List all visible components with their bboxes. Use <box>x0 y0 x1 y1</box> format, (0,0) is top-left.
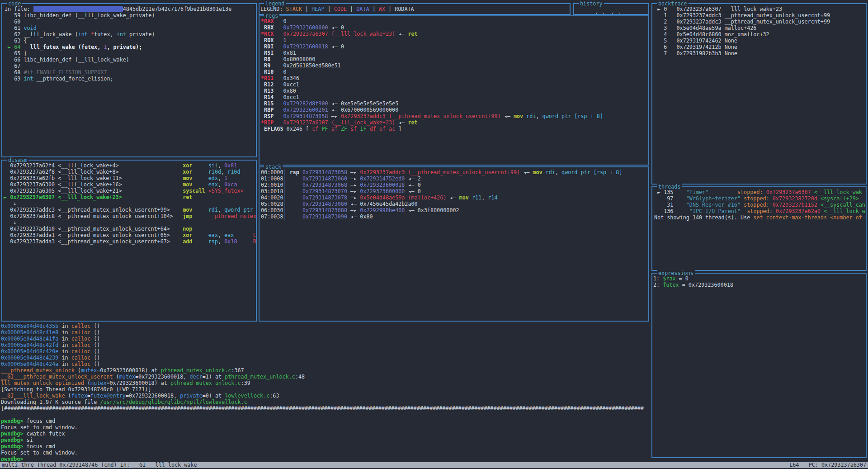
terminal-line: lll_mutex_unlock_optimized (mutex=0x7293… <box>1 380 651 386</box>
terminal-line: 0x00005e04d48c420e in calloc () <box>1 348 651 355</box>
text-segment: ( <box>75 367 81 374</box>
text-segment: │ <box>283 175 287 182</box>
text-segment <box>274 88 283 94</box>
terminal-line: 0x00005e04d48c435b in calloc () <box>1 323 651 329</box>
text-segment: RDI <box>264 43 274 50</box>
text-segment: stopped: <box>744 195 773 202</box>
text-segment: ◂— 0x80 <box>347 213 373 220</box>
text-segment: 0x00005e04d48c41fa <box>1 336 58 342</box>
text-segment: 0x7293237a6307 <box>766 189 811 195</box>
code-panel: code In file: 4845db211e7b42c7176f9be21b… <box>1 3 257 157</box>
terminal-line: 6 0x72931974212b None <box>654 44 866 50</box>
text-segment: R11 <box>264 75 274 81</box>
terminal-line: R8 0x80008000 <box>261 56 648 62</box>
text-segment: () <box>90 342 100 348</box>
text-segment: 0x729314873088 <box>302 207 347 213</box>
text-segment: 0x00005e04d48c41e8 <box>1 329 58 336</box>
text-segment <box>287 213 302 220</box>
text-segment: 0x7293237a62f8 <__lll_lock_wake+8> <box>4 169 183 175</box>
terminal-line: 62 __lll_lock_wake (int *futex, int priv… <box>5 31 256 38</box>
text-segment: 0x7293237addc3 (__pthread_mutex_unlock_u… <box>360 169 520 175</box>
terminal-line: 0x7293237a62fb <__lll_lock_wake+11> mov … <box>4 175 256 181</box>
text-segment: 64 <box>14 44 20 50</box>
text-segment: mov <box>183 207 192 213</box>
text-segment: —▸ <box>347 169 360 175</box>
history-back-button[interactable]: [←] <box>595 12 604 14</box>
text-segment: 0x80 <box>283 88 296 94</box>
text-segment: , <box>218 207 224 213</box>
text-segment <box>192 238 208 245</box>
text-segment: RSI <box>264 50 274 56</box>
text-segment: #if ENABLE_ELISION_SUPPORT <box>24 69 107 76</box>
text-segment: calloc <box>71 355 90 361</box>
text-segment: ac <box>389 126 395 132</box>
text-segment: 0x729323600018 <box>360 182 405 188</box>
text-segment: 0x7293237addc8 <__pthread_mutex_unlock_u… <box>4 213 183 219</box>
text-segment: [ <box>306 126 312 132</box>
text-segment <box>274 69 283 75</box>
text-segment <box>328 126 331 132</box>
text-segment: "Timer" <box>686 189 709 195</box>
text-segment: int <box>117 31 126 38</box>
history-forward-button[interactable]: [→] <box>611 12 621 14</box>
terminal-line: RSP 0x729314873058 —▸ 0x7293237addc3 (__… <box>261 113 648 119</box>
text-segment: 0x5e04d48ae59a (malloc+426) <box>360 194 446 201</box>
text-segment: () <box>90 323 100 329</box>
stack-list: 00:0000│ rsp 0x729314873058 —▸ 0x7293237… <box>259 168 648 321</box>
terminal-line: 06:0030│ 0x729314873088 —▸ 0x7292990be40… <box>261 207 648 213</box>
text-segment: | <box>325 6 334 12</box>
text-segment: r10d <box>227 169 240 175</box>
text-segment: pwndbg> <box>1 418 27 424</box>
text-segment: =0x729323600018) at <box>97 367 160 374</box>
terminal-line: ► 0x7293237a6307 <__lll_lock_wake+23> re… <box>4 194 256 200</box>
text-segment: ► 0 0x7293237a6307 __lll_lock_wake+23 <box>654 6 782 12</box>
text-segment: ◂— <box>501 113 514 119</box>
text-segment: —▸ <box>347 194 360 201</box>
text-segment: __GI___lll_lock_wake <box>1 393 65 399</box>
terminal: code In file: 4845db211e7b42c7176f9be21b… <box>0 0 868 469</box>
text-segment: 0x346 <box>283 75 299 81</box>
terminal-line: 0x7293237a62f8 <__lll_lock_wake+8> xor r… <box>4 169 256 175</box>
text-segment: , <box>218 238 224 245</box>
terminal-line: pwndbg> focus cmd <box>1 443 651 450</box>
text-segment: mutex <box>81 367 97 374</box>
command-output[interactable]: 0x00005e04d48c435b in calloc ()0x00005e0… <box>0 323 651 461</box>
code-source-view: In file: 4845db211e7b42c7176f9be21b8301e… <box>2 5 256 156</box>
text-segment <box>192 162 208 169</box>
text-segment <box>708 189 737 195</box>
text-segment <box>274 94 283 100</box>
text-segment <box>283 126 287 132</box>
text-segment: RBP <box>264 107 274 113</box>
text-segment <box>673 202 686 208</box>
text-segment: () <box>90 361 100 367</box>
text-segment: 66 libc_hidden_def (__lll_lock_wake) <box>5 57 129 63</box>
text-segment: qword ptr [rsp + 8] <box>542 113 603 119</box>
text-segment: —▸ <box>347 182 360 188</box>
terminal-line: *RCX 0x7293237a6307 (__lll_lock_wake+23)… <box>261 31 648 37</box>
text-segment: , <box>218 175 224 181</box>
text-segment <box>287 194 302 201</box>
text-segment: stopped: <box>737 189 766 195</box>
text-segment: = 0 <box>676 275 689 282</box>
text-segment: 5 0x729319742462 None <box>654 38 737 44</box>
text-segment: Focus set to cmd window. <box>1 450 78 456</box>
text-segment <box>274 24 283 31</box>
terminal-line: 0x00005e04d48c4239 in calloc () <box>1 355 651 361</box>
text-segment <box>287 175 302 182</box>
terminal-line: *R11 0x346 <box>261 75 648 81</box>
text-segment: () <box>90 329 100 336</box>
terminal-line: 0x7293237adda3 <__pthread_mutex_unlock_u… <box>4 238 256 245</box>
text-segment: 6 0x72931974212b None <box>654 44 737 50</box>
text-segment <box>274 50 283 56</box>
text-segment: () <box>90 348 100 355</box>
text-segment: of <box>379 126 386 132</box>
text-segment: pwndbg> <box>1 437 27 443</box>
text-segment: —▸ <box>347 207 360 213</box>
text-segment: E <box>253 232 256 238</box>
terminal-line: 07:0038│ 0x729314873090 ◂— 0x80 <box>261 213 648 220</box>
expressions-list: 1: $rax = 02: futex = 0x729323600018 <box>652 275 866 457</box>
text-segment: 05:0028 <box>261 201 283 207</box>
text-segment: add <box>183 238 192 245</box>
terminal-line: EFLAGS 0x246 [ cf PF af ZF sf IF df of a… <box>261 126 648 132</box>
text-segment: 136 <box>654 208 673 214</box>
